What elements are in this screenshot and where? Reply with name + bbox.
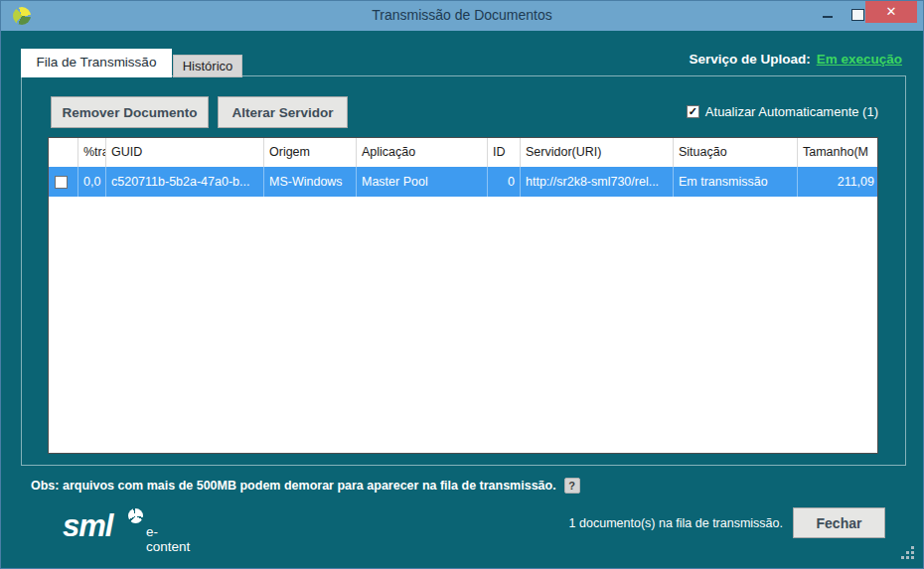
tab-fila-de-transmissao[interactable]: Fila de Transmissão xyxy=(21,49,172,77)
app-window: Transmissão de Documentos ✕ Fila de Tran… xyxy=(0,0,924,569)
header-aplicacao[interactable]: Aplicação xyxy=(357,138,488,167)
fechar-button[interactable]: Fechar xyxy=(793,507,885,538)
auto-refresh-label: Atualizar Automaticamente (1) xyxy=(705,104,878,119)
logo-pinwheel-icon xyxy=(128,508,143,523)
note-text: Obs: arquivos com mais de 500MB podem de… xyxy=(31,479,556,493)
minimize-button[interactable] xyxy=(814,1,842,27)
cell-id: 0 xyxy=(488,167,521,197)
checkbox-checked-icon[interactable]: ✓ xyxy=(687,105,699,118)
table-header-row: %tra GUID Origem Aplicação ID Servidor(U… xyxy=(49,138,877,167)
tab-historico[interactable]: Histórico xyxy=(173,55,242,77)
transmission-queue-table: %tra GUID Origem Aplicação ID Servidor(U… xyxy=(48,137,878,454)
auto-refresh-checkbox[interactable]: ✓ Atualizar Automaticamente (1) xyxy=(687,104,878,119)
help-icon[interactable]: ? xyxy=(564,478,580,494)
close-window-button[interactable]: ✕ xyxy=(865,1,917,23)
titlebar: Transmissão de Documentos ✕ xyxy=(1,1,923,31)
logo-text: sml xyxy=(63,508,112,543)
upload-service-status-link[interactable]: Em execução xyxy=(817,52,902,67)
window-title: Transmissão de Documentos xyxy=(1,7,923,23)
note-row: Obs: arquivos com mais de 500MB podem de… xyxy=(31,478,580,494)
resize-grip[interactable] xyxy=(900,545,915,560)
header-origem[interactable]: Origem xyxy=(264,138,357,167)
row-checkbox-cell xyxy=(49,167,78,197)
header-guid[interactable]: GUID xyxy=(106,138,264,167)
change-server-button[interactable]: Alterar Servidor xyxy=(218,96,348,128)
header-situacao[interactable]: Situação xyxy=(674,138,798,167)
cell-guid: c520711b-5b2a-47a0-b... xyxy=(106,167,264,197)
cell-aplicacao: Master Pool xyxy=(357,167,488,197)
upload-service-status: Serviço de Upload:Em execução xyxy=(689,52,902,67)
cell-percent: 0,0 xyxy=(78,167,106,197)
cell-servidor-uri: http://sr2k8-sml730/rel... xyxy=(521,167,674,197)
header-tamanho[interactable]: Tamanho(M xyxy=(798,138,878,167)
row-checkbox[interactable] xyxy=(55,176,68,189)
cell-situacao: Em transmissão xyxy=(674,167,798,197)
sml-logo: sml e-content xyxy=(63,508,112,546)
header-id[interactable]: ID xyxy=(488,138,521,167)
logo-subtext: e-content xyxy=(146,524,190,554)
remove-document-button[interactable]: Remover Documento xyxy=(51,96,209,128)
client-area: Fila de Transmissão Histórico Serviço de… xyxy=(8,31,918,563)
header-servidor-uri[interactable]: Servidor(URI) xyxy=(521,138,674,167)
queue-count-status: 1 documento(s) na fila de transmissão. xyxy=(569,516,783,530)
cell-origem: MS-Windows xyxy=(264,167,357,197)
upload-service-label: Serviço de Upload: xyxy=(689,52,810,67)
table-row[interactable]: 0,0 c520711b-5b2a-47a0-b... MS-Windows M… xyxy=(49,167,877,197)
cell-tamanho: 211,09 xyxy=(798,167,878,197)
header-percent[interactable]: %tra xyxy=(78,138,106,167)
header-checkbox-col[interactable] xyxy=(49,138,78,167)
